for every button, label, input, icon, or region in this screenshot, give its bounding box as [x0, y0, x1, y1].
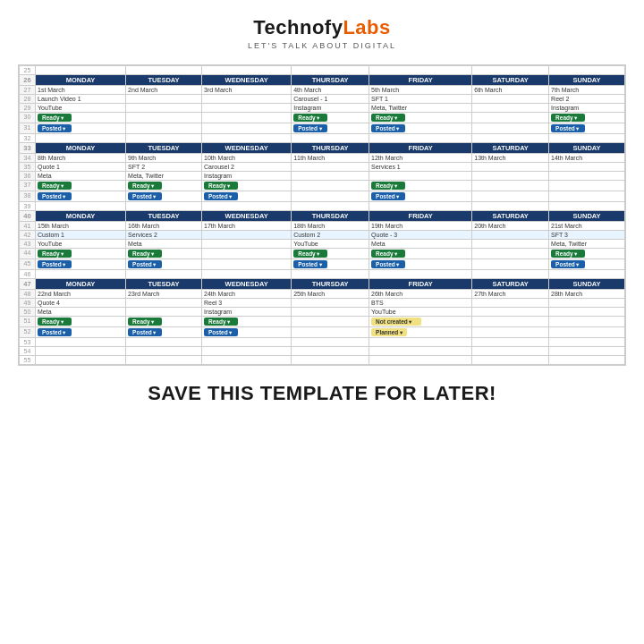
- calendar-cell: Reel 2: [549, 95, 625, 104]
- posted-button[interactable]: Posted: [551, 124, 585, 132]
- calendar-cell: Meta, Twitter: [126, 172, 202, 181]
- posted-button[interactable]: Posted: [371, 192, 405, 200]
- posted-button[interactable]: Posted: [204, 192, 238, 200]
- calendar-cell: [549, 163, 625, 172]
- calendar-cell: Carousel 2: [201, 163, 291, 172]
- calendar-cell: 26th March: [369, 290, 472, 299]
- posted-button[interactable]: Posted: [128, 192, 162, 200]
- calendar-cell: 16th March: [126, 222, 202, 231]
- tagline: LET'S TALK ABOUT DIGITAL: [248, 41, 396, 50]
- calendar-cell: Meta: [126, 240, 202, 249]
- calendar-cell: Instagram: [292, 104, 369, 113]
- calendar-cell: [369, 172, 472, 181]
- calendar-cell: [201, 231, 291, 240]
- calendar-cell: 6th March: [472, 86, 549, 95]
- calendar-cell: YouTube: [292, 240, 369, 249]
- posted-button[interactable]: Posted: [551, 260, 585, 268]
- calendar-cell: [201, 104, 291, 113]
- posted-button[interactable]: Posted: [128, 260, 162, 268]
- calendar-cell: Instagram: [201, 308, 291, 317]
- ready-button[interactable]: Ready: [551, 250, 585, 258]
- calendar-cell: 10th March: [201, 154, 291, 163]
- calendar-cell: [549, 308, 625, 317]
- ready-button[interactable]: Ready: [293, 114, 327, 122]
- posted-button[interactable]: Posted: [293, 260, 327, 268]
- calendar-cell: Custom 1: [36, 231, 126, 240]
- calendar-cell: Quote 1: [36, 163, 126, 172]
- ready-button[interactable]: Ready: [38, 250, 72, 258]
- posted-button[interactable]: Posted: [371, 260, 405, 268]
- posted-button[interactable]: Posted: [38, 328, 72, 336]
- calendar-cell: [126, 299, 202, 308]
- calendar-cell: [472, 299, 549, 308]
- calendar-cell: Reel 3: [201, 299, 291, 308]
- ready-button[interactable]: Ready: [551, 114, 585, 122]
- calendar-cell: Instagram: [201, 172, 291, 181]
- calendar-cell: [126, 308, 202, 317]
- ready-button[interactable]: Ready: [38, 318, 72, 326]
- calendar-cell: YouTube: [369, 308, 472, 317]
- calendar-cell: 27th March: [472, 290, 549, 299]
- calendar-cell: [201, 95, 291, 104]
- calendar-cell: Carousel - 1: [292, 95, 369, 104]
- calendar-cell: [472, 172, 549, 181]
- calendar-cell: 24th March: [201, 290, 291, 299]
- ready-button[interactable]: Ready: [204, 182, 238, 190]
- calendar-cell: SFT 3: [549, 231, 625, 240]
- calendar-cell: 8th March: [36, 154, 126, 163]
- calendar-cell: 22nd March: [36, 290, 126, 299]
- calendar-cell: 28th March: [549, 290, 625, 299]
- calendar-cell: Services 1: [369, 163, 472, 172]
- calendar-cell: 1st March: [36, 86, 126, 95]
- posted-button[interactable]: Posted: [371, 124, 405, 132]
- calendar-cell: 20th March: [472, 222, 549, 231]
- calendar-cell: 17th March: [201, 222, 291, 231]
- footer-cta: SAVE THIS TEMPLATE FOR LATER!: [148, 382, 496, 405]
- calendar-cell: [201, 240, 291, 249]
- posted-button[interactable]: Posted: [128, 328, 162, 336]
- posted-button[interactable]: Posted: [204, 328, 238, 336]
- calendar-cell: 7th March: [549, 86, 625, 95]
- ready-button[interactable]: Ready: [128, 182, 162, 190]
- calendar-cell: SFT 1: [369, 95, 472, 104]
- calendar-cell: [292, 308, 369, 317]
- calendar-cell: Meta: [36, 172, 126, 181]
- calendar-cell: BTS: [369, 299, 472, 308]
- calendar-cell: 15th March: [36, 222, 126, 231]
- calendar-cell: [472, 240, 549, 249]
- posted-button[interactable]: Posted: [38, 124, 72, 132]
- header: TechnofyLabs LET'S TALK ABOUT DIGITAL: [248, 0, 396, 59]
- calendar-cell: Quote - 3: [369, 231, 472, 240]
- calendar-cell: [549, 172, 625, 181]
- posted-button[interactable]: Posted: [38, 260, 72, 268]
- ready-button[interactable]: Ready: [38, 114, 72, 122]
- ready-button[interactable]: Ready: [293, 250, 327, 258]
- ready-button[interactable]: Ready: [38, 182, 72, 190]
- ready-button[interactable]: Ready: [371, 250, 405, 258]
- ready-button[interactable]: Ready: [371, 114, 405, 122]
- calendar: 2526MONDAYTUESDAYWEDNESDAYTHURSDAYFRIDAY…: [18, 64, 626, 366]
- planned-button[interactable]: Planned: [371, 328, 407, 336]
- calendar-cell: [292, 163, 369, 172]
- calendar-cell: [472, 308, 549, 317]
- ready-button[interactable]: Ready: [371, 182, 405, 190]
- calendar-cell: [472, 231, 549, 240]
- not-created-button[interactable]: Not created: [371, 318, 421, 326]
- calendar-cell: YouTube: [36, 240, 126, 249]
- calendar-cell: Instagram: [549, 104, 625, 113]
- calendar-cell: 25th March: [292, 290, 369, 299]
- ready-button[interactable]: Ready: [204, 318, 238, 326]
- calendar-cell: Meta, Twitter: [369, 104, 472, 113]
- posted-button[interactable]: Posted: [293, 124, 327, 132]
- calendar-cell: [472, 163, 549, 172]
- calendar-cell: YouTube: [36, 104, 126, 113]
- calendar-cell: 3rd March: [201, 86, 291, 95]
- ready-button[interactable]: Ready: [128, 250, 162, 258]
- posted-button[interactable]: Posted: [38, 192, 72, 200]
- calendar-cell: 14th March: [549, 154, 625, 163]
- calendar-cell: 12th March: [369, 154, 472, 163]
- calendar-cell: 4th March: [292, 86, 369, 95]
- calendar-cell: Meta: [36, 308, 126, 317]
- ready-button[interactable]: Ready: [128, 318, 162, 326]
- calendar-cell: 13th March: [472, 154, 549, 163]
